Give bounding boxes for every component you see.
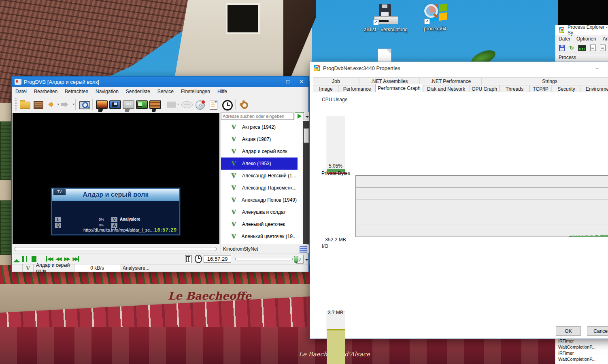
properties-icon[interactable]	[600, 45, 606, 51]
menu-senderliste[interactable]: Senderliste	[122, 89, 154, 94]
maximize-icon[interactable]: □	[281, 77, 295, 87]
volume-slider[interactable]	[235, 258, 293, 260]
copy-icon[interactable]	[590, 45, 596, 51]
channel-search-icon[interactable]	[78, 98, 90, 111]
tv-pip-icon[interactable]	[108, 98, 121, 111]
process-explorer-titlebar[interactable]: Process Explorer - Sy	[555, 25, 608, 35]
skip-end-icon[interactable]: ▶▶	[72, 256, 79, 262]
audio-dropdown-icon[interactable]	[305, 259, 308, 262]
channel-label: Акция (1987)	[242, 136, 271, 142]
ok-button[interactable]: OK	[556, 326, 581, 336]
tv-3d-icon[interactable]: 3D	[121, 98, 134, 111]
minimize-icon[interactable]: –	[590, 62, 604, 74]
film-icon[interactable]	[165, 98, 178, 111]
tab-security[interactable]: Security	[552, 85, 581, 92]
address-input[interactable]	[221, 113, 294, 120]
desktop-icon-procexp64[interactable]: ↗ procexp64	[415, 3, 455, 32]
desktop-icon-label: procexp64	[415, 26, 455, 32]
menu-betrachten[interactable]: Betrachten	[61, 89, 92, 94]
thread-row[interactable]: IRTimer	[555, 338, 608, 344]
tab-strings[interactable]: Strings	[482, 77, 608, 85]
channel-row[interactable]: VАлдар и серый волк	[224, 145, 297, 158]
playlist-view-icon[interactable]	[300, 246, 307, 253]
close-icon[interactable]: ×	[295, 77, 308, 87]
video-area[interactable]: TV Алдар и серый волк L Q 0% 0% V A Anal…	[13, 113, 219, 244]
tab-performance-graph[interactable]: Performance Graph	[375, 84, 423, 92]
tab-gpu-graph[interactable]: GPU Graph	[469, 85, 500, 92]
eject-icon[interactable]	[13, 256, 19, 262]
pe-menu-ansicht[interactable]: Ans	[599, 36, 608, 42]
rewind-icon[interactable]: ◀◀	[56, 256, 61, 262]
subtitles-icon[interactable]: SUBS	[181, 98, 193, 111]
pause-icon[interactable]	[22, 256, 27, 262]
pe-menu-datei[interactable]: Datei	[555, 36, 573, 42]
dialog-titlebar[interactable]: ProgDvbNet.exe:3440 Properties – □	[310, 62, 608, 74]
scheduler-clock-icon[interactable]	[221, 98, 233, 111]
thread-row[interactable]: WaitCompletionP...	[555, 344, 608, 350]
channel-row[interactable]: VАкция (1987)	[224, 133, 297, 145]
tab-environment[interactable]: Environment	[581, 85, 608, 92]
tab-performance[interactable]: Performance	[339, 85, 375, 92]
channel-row[interactable]: VАлександр Невский (1...	[224, 170, 297, 182]
menu-hilfe[interactable]: Hilfe	[214, 89, 231, 94]
refresh-icon[interactable]: ↻	[569, 45, 574, 51]
channel-row[interactable]: VАленький цветочек	[224, 218, 297, 230]
channel-row-selected[interactable]: VАлеко (1953)	[221, 158, 298, 170]
channel-row[interactable]: VАленушка и солдат	[224, 206, 297, 218]
menu-datei[interactable]: Datei	[12, 89, 30, 94]
menu-navigation[interactable]: Navigation	[92, 89, 122, 94]
tv-multiview-icon[interactable]	[135, 98, 147, 111]
thread-row[interactable]: IRTimer	[555, 350, 608, 356]
tv-main-icon[interactable]	[95, 98, 107, 111]
system-information-icon[interactable]	[578, 45, 586, 51]
skip-back-icon[interactable]: ◀◀	[46, 256, 53, 262]
tab-threads[interactable]: Threads	[500, 85, 529, 92]
stop-icon[interactable]	[32, 256, 36, 262]
channel-row[interactable]: VАленький цветочек (19...	[224, 230, 297, 243]
scrollbar-thumb[interactable]	[304, 128, 309, 143]
mixer-icon[interactable]	[185, 255, 191, 263]
menu-service[interactable]: Service	[154, 89, 177, 94]
tab-net-performance[interactable]: .NET Performance	[420, 77, 482, 85]
tv-mosaic-icon[interactable]	[148, 98, 161, 111]
pe-menu-optionen[interactable]: Optionen	[573, 36, 599, 42]
menu-bearbeiten[interactable]: Bearbeiten	[30, 89, 61, 94]
channel-row[interactable]: VАлександр Попов (1949)	[224, 194, 297, 206]
teletext-icon[interactable]	[207, 98, 220, 111]
address-go-icon[interactable]	[295, 112, 304, 120]
tab-tcpip[interactable]: TCP/IP	[529, 85, 552, 92]
channel-list-scrollbar[interactable]	[303, 121, 309, 244]
channel-row[interactable]: VАлександр Пархоменк...	[224, 182, 297, 194]
progdvb-titlebar[interactable]: ProgDVB [Алдар и серый волк] – □ ×	[12, 77, 308, 87]
fast-forward-icon[interactable]: ▶▶	[64, 256, 69, 262]
maximize-icon[interactable]: □	[604, 62, 608, 74]
back-icon[interactable]	[45, 98, 58, 111]
volume-handle[interactable]	[294, 256, 298, 263]
process-column-header[interactable]: Process	[555, 53, 608, 62]
menu-einstellungen[interactable]: Einstellungen	[177, 89, 214, 94]
process-explorer-icon: ↗	[424, 3, 446, 24]
cancel-button[interactable]: Cancel	[587, 326, 608, 336]
clock-icon[interactable]	[195, 255, 202, 263]
save-icon[interactable]	[559, 45, 565, 51]
dvd-record-icon[interactable]	[194, 98, 206, 111]
process-explorer-menubar: Datei Optionen Ans	[555, 35, 608, 43]
tv-badge: TV	[53, 188, 66, 196]
tab-disk-and-network[interactable]: Disk and Network	[423, 85, 469, 92]
address-dropdown-icon[interactable]	[306, 116, 309, 119]
seek-bar[interactable]	[15, 247, 217, 251]
tab-image[interactable]: Image	[313, 85, 339, 92]
channel-icon: V	[232, 197, 238, 203]
thread-row[interactable]: WaitCompletionP...	[555, 356, 608, 362]
tab-job[interactable]: Job	[313, 77, 359, 85]
osd-l-value: 0%	[99, 217, 104, 221]
forward-icon[interactable]	[61, 98, 73, 111]
desktop-icon-alllist[interactable]: ↗ all.list - Verknüpfung	[361, 4, 410, 32]
minimize-icon[interactable]: –	[267, 77, 281, 87]
record-library-icon[interactable]	[32, 98, 45, 111]
open-file-icon[interactable]	[19, 98, 31, 111]
channel-row[interactable]: VАктриса (1942)	[224, 121, 297, 133]
channel-panel: VАктриса (1942) VАкция (1987) VАлдар и с…	[221, 112, 309, 244]
settings-gear-icon[interactable]	[238, 98, 250, 111]
status-channel-name: Алдар и серый волк	[34, 264, 74, 272]
